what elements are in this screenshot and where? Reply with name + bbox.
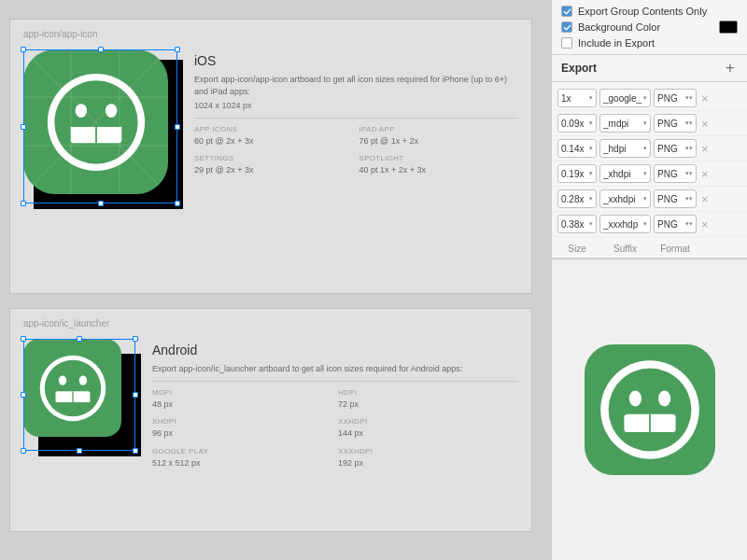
ios-handle-bm[interactable] <box>98 201 104 206</box>
remove-row-button-1[interactable]: × <box>699 118 711 130</box>
bg-color-swatch[interactable] <box>719 21 738 34</box>
size-value-2: 0.14x <box>561 144 584 154</box>
format-select-4[interactable]: PNG ▾▾ <box>654 189 697 208</box>
ios-app-icon-item: APP ICONS 60 pt @ 2x + 3x <box>194 124 354 148</box>
ios-ipad-item: IPAD APP 76 pt @ 1x + 2x <box>359 124 519 148</box>
android-xhdpi-val: 96 px <box>152 427 332 441</box>
ios-handle-br[interactable] <box>175 201 180 206</box>
size-select-4[interactable]: 0.28x ▾ <box>557 189 597 208</box>
suffix-select-3[interactable]: _xhdpi ▾ <box>599 164 651 183</box>
android-title: Android <box>152 343 518 357</box>
suffix-select-1[interactable]: _mdpi ▾ <box>599 114 651 133</box>
export-group-checkbox[interactable] <box>561 6 572 17</box>
include-export-row: Include in Export <box>561 37 738 49</box>
export-group-label: Export Group Contents Only <box>578 6 738 17</box>
export-group-row: Export Group Contents Only <box>561 6 738 17</box>
android-handle-bm[interactable] <box>77 448 82 454</box>
size-arrow-4: ▾ <box>589 195 593 203</box>
format-value-2: PNG <box>657 144 678 154</box>
add-export-button[interactable]: + <box>723 61 738 76</box>
preview-area <box>552 259 747 560</box>
remove-row-button-3[interactable]: × <box>699 168 711 180</box>
format-select-1[interactable]: PNG ▾▾ <box>654 114 697 133</box>
remove-row-button-2[interactable]: × <box>699 143 711 155</box>
ios-handle-tl[interactable] <box>21 47 26 52</box>
panel-top-options: Export Group Contents Only Background Co… <box>552 0 747 55</box>
android-handle-bl[interactable] <box>21 448 26 454</box>
ios-app-icon <box>23 49 168 194</box>
preview-icon <box>585 344 715 475</box>
size-value-1: 0.09x <box>561 119 584 129</box>
format-value-4: PNG <box>657 194 678 204</box>
ios-handle-mr[interactable] <box>175 124 180 130</box>
android-gp-label: GOOGLE PLAY <box>152 446 332 457</box>
android-handle-tr[interactable] <box>133 336 138 342</box>
ios-ipad-val: 76 pt @ 1x + 2x <box>359 135 519 148</box>
ios-settings-val: 29 pt @ 2x + 3x <box>194 164 354 177</box>
suffix-select-0[interactable]: _google_ ▾ <box>599 89 651 107</box>
suffix-value-3: _xhdpi <box>603 169 630 179</box>
svg-point-7 <box>54 80 137 163</box>
ios-divider <box>194 118 518 119</box>
suffix-value-4: _xxhdpi <box>603 194 635 204</box>
format-select-0[interactable]: PNG ▾▾ <box>654 89 697 107</box>
size-select-1[interactable]: 0.09x ▾ <box>557 114 597 133</box>
svg-point-19 <box>608 369 691 452</box>
format-select-2[interactable]: PNG ▾▾ <box>654 139 697 158</box>
check-icon-2 <box>563 23 571 32</box>
suffix-arrow-4: ▾ <box>643 195 647 203</box>
col-header-size: Size <box>557 244 597 254</box>
format-arrow-2: ▾▾ <box>685 145 693 152</box>
suffix-value-1: _mdpi <box>603 119 628 129</box>
format-value-0: PNG <box>657 93 678 104</box>
android-gp-item: GOOGLE PLAY 512 x 512 px <box>152 446 332 470</box>
format-select-5[interactable]: PNG ▾▾ <box>654 215 697 233</box>
size-select-2[interactable]: 0.14x ▾ <box>557 139 597 158</box>
suffix-arrow-2: ▾ <box>643 145 647 152</box>
include-export-label: Include in Export <box>578 37 738 49</box>
ios-handle-ml[interactable] <box>21 124 26 130</box>
bg-color-checkbox[interactable] <box>561 21 572 33</box>
android-info-panel: Android Export app-icon/ic_launcher artb… <box>152 339 518 469</box>
android-artboard: app-icon/ic_launcher <box>9 308 532 532</box>
size-value-3: 0.19x <box>561 169 584 179</box>
android-artboard-label: app-icon/ic_launcher <box>23 318 109 329</box>
ios-settings-item: SETTINGS 29 pt @ 2x + 3x <box>194 153 354 177</box>
android-handle-tm[interactable] <box>77 336 82 342</box>
suffix-select-2[interactable]: _hdpi ▾ <box>599 139 651 158</box>
export-title: Export <box>561 62 597 75</box>
ios-handle-bl[interactable] <box>21 201 26 206</box>
ios-spotlight-item: SPOTLIGHT 40 pt 1x + 2x + 3x <box>359 153 519 177</box>
size-arrow-1: ▾ <box>589 119 593 127</box>
remove-row-button-4[interactable]: × <box>699 193 711 205</box>
export-row: 0.28x ▾ _xxhdpi ▾ PNG ▾▾ × <box>552 187 747 212</box>
ios-handle-tm[interactable] <box>98 47 104 52</box>
export-row: 0.19x ▾ _xhdpi ▾ PNG ▾▾ × <box>552 161 747 187</box>
android-app-icon <box>23 339 121 437</box>
include-export-checkbox[interactable] <box>561 37 572 49</box>
android-handle-br[interactable] <box>133 448 138 454</box>
format-value-3: PNG <box>657 169 678 179</box>
format-arrow-3: ▾▾ <box>685 170 693 177</box>
android-xxxhdpi-item: XXXHDPI 192 px <box>338 446 518 470</box>
ios-app-icon-label: APP ICONS <box>194 124 354 135</box>
size-value-4: 0.28x <box>561 194 584 204</box>
export-section: Export + 1x ▾ _google_ ▾ PNG ▾▾ × 0.09x … <box>552 55 747 259</box>
remove-row-button-5[interactable]: × <box>699 218 711 231</box>
size-select-5[interactable]: 0.38x ▾ <box>557 215 597 233</box>
suffix-select-5[interactable]: _xxxhdp ▾ <box>599 215 651 233</box>
android-xhdpi-item: XHDPI 96 px <box>152 416 332 441</box>
suffix-select-4[interactable]: _xxhdpi ▾ <box>599 189 651 208</box>
android-handle-mr[interactable] <box>133 392 138 398</box>
android-handle-tl[interactable] <box>21 336 26 342</box>
suffix-arrow-1: ▾ <box>643 119 647 127</box>
ios-handle-tr[interactable] <box>175 47 180 52</box>
format-select-3[interactable]: PNG ▾▾ <box>654 164 697 183</box>
size-select-0[interactable]: 1x ▾ <box>557 89 597 107</box>
size-value-5: 0.38x <box>561 219 584 230</box>
android-handle-ml[interactable] <box>21 392 26 398</box>
size-select-3[interactable]: 0.19x ▾ <box>557 164 597 183</box>
canvas-area: app-icon/app-icon <box>0 0 551 560</box>
remove-row-button-0[interactable]: × <box>699 92 711 105</box>
svg-point-13 <box>44 359 100 415</box>
